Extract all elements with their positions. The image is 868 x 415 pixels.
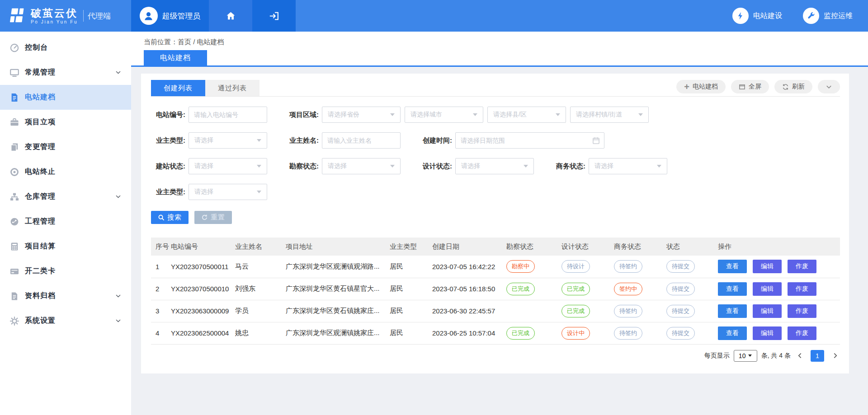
owner-type-2-select[interactable]: 请选择 xyxy=(189,184,267,200)
per-page-select[interactable]: 10 xyxy=(734,350,757,362)
column-header: 创建日期 xyxy=(428,238,502,256)
sidebar-item-label: 常规管理 xyxy=(25,68,56,77)
sidebar-item-label: 控制台 xyxy=(25,43,48,52)
search-button[interactable]: 搜索 xyxy=(151,211,189,224)
owner-name-cell: 学员 xyxy=(231,300,281,322)
station-code-cell: YX2023070500010 xyxy=(166,278,231,300)
station-code-cell: YX2023063000009 xyxy=(166,300,231,322)
status-badge: 待提交 xyxy=(666,283,695,295)
design-status-select[interactable]: 请选择 xyxy=(455,158,534,174)
list-tab-created[interactable]: 创建列表 xyxy=(151,80,205,96)
void-button[interactable]: 作废 xyxy=(788,260,816,273)
quick-link-label: 监控运维 xyxy=(824,11,853,21)
view-button[interactable]: 查看 xyxy=(718,304,747,318)
sidebar-item-pages[interactable]: 变更管理 xyxy=(0,135,131,159)
current-page[interactable]: 1 xyxy=(811,350,824,362)
column-header: 商务状态 xyxy=(609,238,662,256)
address-cell: 广东深圳龙华区观澜镇观湖路... xyxy=(281,256,385,278)
create-station-button[interactable]: + 电站建档 xyxy=(676,80,726,93)
created-range-picker[interactable] xyxy=(456,133,604,148)
void-button[interactable]: 作废 xyxy=(788,304,816,318)
sidebar-item-label: 开二类卡 xyxy=(25,266,56,276)
address-cell: 广东深圳龙华区黄石镇姚家庄... xyxy=(281,300,385,322)
sidebar-item-document[interactable]: 电站建档 xyxy=(0,85,131,110)
quick-link-monitor-ops[interactable]: 监控运维 xyxy=(803,8,853,24)
sidebar-item-briefcase[interactable]: 项目立项 xyxy=(0,110,131,135)
town-select[interactable]: 请选择村镇/街道 xyxy=(570,107,649,123)
caret-down-icon xyxy=(257,165,261,168)
refresh-button[interactable]: 刷新 xyxy=(774,80,812,93)
edit-button[interactable]: 编辑 xyxy=(753,282,782,296)
sitemap-icon xyxy=(9,192,20,202)
sidebar-item-label: 工程管理 xyxy=(25,217,56,226)
owner-name-input[interactable] xyxy=(322,133,400,148)
caret-down-icon xyxy=(638,113,643,116)
column-header: 勘察状态 xyxy=(502,238,557,256)
column-header: 业主类型 xyxy=(385,238,428,256)
list-tab-passed[interactable]: 通过列表 xyxy=(205,80,259,96)
fullscreen-button[interactable]: 全屏 xyxy=(731,80,769,93)
status-badge: 已完成 xyxy=(561,283,590,295)
status-cell: 待提交 xyxy=(662,256,713,278)
county-select[interactable]: 请选择县/区 xyxy=(487,107,566,123)
created-date-cell: 2023-07-05 16:18:50 xyxy=(428,278,502,300)
sidebar-item-circle-dot[interactable]: 电站终止 xyxy=(0,159,131,184)
edit-button[interactable]: 编辑 xyxy=(753,326,782,340)
sidebar-item-calculator[interactable]: 项目结算 xyxy=(0,234,131,259)
column-header: 设计状态 xyxy=(557,238,609,256)
view-button[interactable]: 查看 xyxy=(718,282,747,296)
business-status-select[interactable]: 请选择 xyxy=(589,158,667,174)
status-badge: 待签约 xyxy=(614,327,642,340)
business-status-cell: 签约中 xyxy=(609,278,662,300)
province-select[interactable]: 请选择省份 xyxy=(322,107,401,123)
edit-button[interactable]: 编辑 xyxy=(753,260,782,273)
fullscreen-icon xyxy=(739,84,745,90)
sidebar-item-monitor[interactable]: 常规管理 xyxy=(0,60,131,85)
survey-status-select[interactable]: 请选择 xyxy=(322,158,401,174)
sidebar-item-dashboard[interactable]: 控制台 xyxy=(0,35,131,60)
station-code-cell: YX2023070500011 xyxy=(166,256,231,278)
next-page-button[interactable] xyxy=(830,350,840,362)
edit-button[interactable]: 编辑 xyxy=(753,304,782,318)
caret-down-icon xyxy=(390,113,395,116)
created-date-cell: 2023-06-25 10:57:04 xyxy=(428,322,502,344)
chevron-right-icon xyxy=(832,353,838,359)
filter-row: 业主类型:请选择 xyxy=(151,184,840,200)
sidebar-item-archive-doc[interactable]: 资料归档 xyxy=(0,284,131,308)
column-header: 操作 xyxy=(713,238,840,256)
owner-type-select[interactable]: 请选择 xyxy=(189,132,267,149)
collapse-toolbar-button[interactable] xyxy=(818,80,840,93)
page-tab[interactable]: 电站建档 xyxy=(144,50,207,65)
select-placeholder: 请选择村镇/街道 xyxy=(571,111,622,119)
city-select[interactable]: 请选择城市 xyxy=(405,107,483,123)
reset-button[interactable]: 重置 xyxy=(194,211,232,224)
chevron-down-icon xyxy=(115,194,121,200)
caret-down-icon xyxy=(257,191,261,193)
filter-label: 业主类型: xyxy=(151,188,185,196)
brand-logo-icon xyxy=(7,6,27,26)
sidebar-item-gauge[interactable]: 工程管理 xyxy=(0,209,131,234)
void-button[interactable]: 作废 xyxy=(788,326,816,340)
quick-link-station-build[interactable]: 电站建设 xyxy=(732,8,782,24)
filter-row: 建站状态:请选择勘察状态:请选择设计状态:请选择商务状态:请选择 xyxy=(151,158,840,174)
business-status-cell: 待签约 xyxy=(609,322,662,344)
select-placeholder: 请选择 xyxy=(189,162,213,170)
filter-label: 业主姓名: xyxy=(284,136,319,145)
divider xyxy=(83,10,84,22)
home-button[interactable] xyxy=(209,0,252,32)
breadcrumb-path[interactable]: 首页 / 电站建档 xyxy=(178,38,224,46)
view-button[interactable]: 查看 xyxy=(718,260,747,273)
sidebar-item-bank-card[interactable]: 开二类卡 xyxy=(0,259,131,284)
station-code-input[interactable] xyxy=(189,107,267,122)
user-menu[interactable]: 超级管理员 xyxy=(131,0,209,32)
prev-page-button[interactable] xyxy=(795,350,805,362)
sidebar-item-sitemap[interactable]: 仓库管理 xyxy=(0,184,131,209)
calculator-icon xyxy=(9,242,20,252)
view-button[interactable]: 查看 xyxy=(718,326,747,340)
logout-button[interactable] xyxy=(252,0,296,32)
main-area: 当前位置：首页 / 电站建档 电站建档 创建列表通过列表 + 电站建档 全屏 xyxy=(131,32,868,415)
owner-type-cell: 居民 xyxy=(385,322,428,344)
void-button[interactable]: 作废 xyxy=(788,282,816,296)
sidebar-item-gear[interactable]: 系统设置 xyxy=(0,308,131,333)
build-status-select[interactable]: 请选择 xyxy=(189,158,267,174)
